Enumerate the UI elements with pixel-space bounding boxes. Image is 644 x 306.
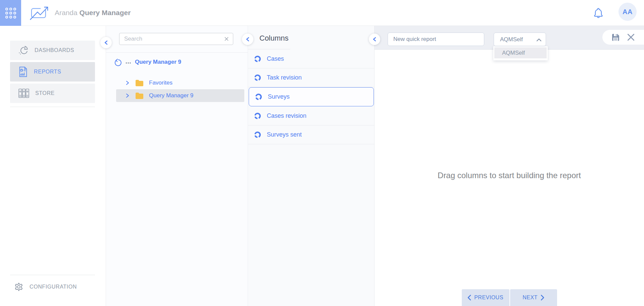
close-builder-button[interactable] bbox=[623, 33, 639, 41]
app-title: Aranda Query Manager bbox=[55, 9, 131, 17]
close-icon bbox=[627, 33, 635, 41]
column-item-label: Task revision bbox=[267, 74, 302, 81]
column-item-cases-revision[interactable]: Cases revision bbox=[248, 107, 375, 125]
notifications-bell-icon[interactable] bbox=[593, 7, 603, 18]
source-dropdown[interactable]: AQMSelf bbox=[494, 33, 546, 46]
pie-chart-icon bbox=[18, 46, 29, 55]
go-up-icon[interactable] bbox=[114, 59, 122, 67]
sidebar-item-store[interactable]: STORE bbox=[10, 84, 95, 103]
next-label: NEXT bbox=[523, 295, 538, 301]
sidebar-item-label: REPORTS bbox=[34, 69, 61, 75]
folder-icon bbox=[135, 92, 144, 99]
sidebar-item-dashboards[interactable]: DASHBOARDS bbox=[10, 41, 95, 60]
segmented-ring-icon bbox=[254, 55, 261, 63]
app-header: Aranda Query Manager AA bbox=[0, 0, 644, 26]
columns-title-divider bbox=[248, 49, 290, 49]
chevron-right-icon[interactable] bbox=[126, 93, 129, 98]
save-icon bbox=[611, 33, 620, 42]
app-launcher-button[interactable] bbox=[0, 0, 21, 26]
sidebar-item-configuration[interactable]: CONFIGURATION bbox=[10, 279, 95, 294]
column-item-cases[interactable]: Cases bbox=[248, 50, 375, 68]
chevron-left-icon bbox=[373, 37, 377, 42]
chevron-left-icon bbox=[104, 40, 108, 45]
collapse-sidebar-button[interactable] bbox=[100, 37, 112, 48]
wizard-nav: PREVIOUS NEXT bbox=[462, 289, 557, 306]
report-icon bbox=[18, 66, 28, 77]
collapse-tree-button[interactable] bbox=[242, 34, 253, 45]
app-logo-chart-icon bbox=[29, 5, 50, 21]
brand-light: Aranda bbox=[55, 9, 78, 16]
save-report-button[interactable] bbox=[608, 33, 623, 42]
store-icon bbox=[18, 88, 29, 98]
previous-button[interactable]: PREVIOUS bbox=[462, 289, 509, 306]
brand-bold: Query Manager bbox=[80, 9, 131, 16]
builder-actions bbox=[602, 30, 644, 45]
chevron-left-icon bbox=[246, 37, 250, 42]
chevron-up-icon bbox=[536, 38, 542, 42]
tree-node-label: Favorites bbox=[149, 80, 172, 86]
report-builder-area: AQMSelf AQMSelf Drag columns to start bu… bbox=[375, 26, 644, 306]
column-item-surveys-sent[interactable]: Surveys sent bbox=[248, 125, 375, 144]
sidebar-item-label: CONFIGURATION bbox=[30, 284, 77, 290]
tree-node-label: Query Manager 9 bbox=[149, 92, 193, 99]
sidebar-item-label: STORE bbox=[35, 90, 55, 96]
segmented-ring-icon bbox=[254, 74, 261, 82]
tree-divider bbox=[106, 52, 248, 53]
sidebar-divider bbox=[10, 107, 95, 107]
chevron-left-icon bbox=[467, 295, 471, 301]
user-avatar[interactable]: AA bbox=[618, 3, 637, 21]
column-item-label: Surveys bbox=[268, 93, 290, 100]
breadcrumb-ellipsis[interactable]: ... bbox=[126, 58, 131, 65]
sidebar-item-reports[interactable]: REPORTS bbox=[10, 62, 95, 82]
segmented-ring-icon bbox=[254, 131, 261, 139]
report-name-input[interactable] bbox=[388, 33, 484, 46]
column-item-surveys[interactable]: Surveys bbox=[249, 87, 374, 106]
column-item-label: Cases revision bbox=[267, 112, 306, 119]
columns-panel: Columns Cases Task revision Surveys Case… bbox=[248, 26, 375, 306]
source-dropdown-value: AQMSelf bbox=[500, 36, 523, 43]
columns-panel-title: Columns bbox=[259, 34, 289, 43]
previous-label: PREVIOUS bbox=[474, 295, 503, 301]
main-nav-sidebar: DASHBOARDS REPORTS STORE bbox=[0, 26, 106, 306]
column-item-label: Cases bbox=[267, 55, 284, 62]
collapse-columns-button[interactable] bbox=[369, 34, 380, 45]
segmented-ring-icon bbox=[254, 112, 261, 120]
source-dropdown-option[interactable]: AQMSelf bbox=[494, 47, 547, 58]
source-dropdown-menu: AQMSelf bbox=[493, 46, 548, 60]
chevron-right-icon[interactable] bbox=[126, 81, 129, 85]
breadcrumb: ... Query Manager 9 bbox=[106, 58, 248, 67]
tree-node-query-manager-9[interactable]: Query Manager 9 bbox=[116, 89, 244, 102]
chevron-right-icon bbox=[541, 295, 544, 301]
sidebar-footer-divider bbox=[10, 275, 95, 275]
column-item-task-revision[interactable]: Task revision bbox=[248, 68, 375, 87]
tree-node-favorites[interactable]: Favorites bbox=[116, 76, 244, 89]
clear-search-icon[interactable] bbox=[222, 35, 231, 43]
next-button[interactable]: NEXT bbox=[510, 289, 557, 306]
gear-icon bbox=[14, 282, 23, 292]
avatar-initials: AA bbox=[623, 8, 633, 16]
grid-icon bbox=[5, 8, 16, 18]
column-item-label: Surveys sent bbox=[267, 131, 302, 138]
sidebar-item-label: DASHBOARDS bbox=[35, 47, 74, 53]
folder-tree-panel: ... Query Manager 9 Favorites Query Mana… bbox=[106, 26, 248, 306]
search-input[interactable] bbox=[119, 33, 233, 45]
folder-icon bbox=[135, 80, 144, 86]
empty-state-message: Drag columns to start building the repor… bbox=[375, 171, 644, 180]
breadcrumb-current-folder[interactable]: Query Manager 9 bbox=[135, 59, 181, 65]
segmented-ring-icon bbox=[255, 93, 262, 101]
